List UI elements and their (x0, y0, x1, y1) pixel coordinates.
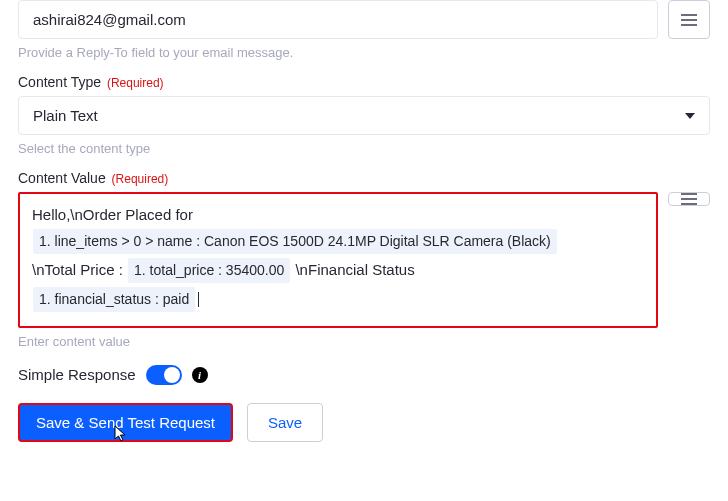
reply-to-field: Provide a Reply-To field to your email m… (18, 0, 710, 60)
caret-down-icon (685, 113, 695, 119)
content-type-label: Content Type (18, 74, 101, 90)
content-value-menu-button[interactable] (668, 192, 710, 206)
reply-to-input[interactable] (18, 0, 658, 39)
content-value-field: Content Value (Required) Hello,\nOrder P… (18, 170, 710, 349)
content-type-select[interactable]: Plain Text (18, 96, 710, 135)
button-row: Save & Send Test Request Save (18, 403, 710, 442)
reply-to-help: Provide a Reply-To field to your email m… (18, 45, 710, 60)
cv-chip-financial-status[interactable]: 1. financial_status : paid (33, 287, 195, 312)
cv-chip-total-price[interactable]: 1. total_price : 35400.00 (128, 258, 290, 283)
text-cursor (198, 292, 199, 307)
content-type-field: Content Type (Required) Plain Text Selec… (18, 74, 710, 156)
required-tag: (Required) (107, 76, 164, 90)
save-button[interactable]: Save (247, 403, 323, 442)
save-send-test-button[interactable]: Save & Send Test Request (18, 403, 233, 442)
info-icon[interactable]: i (192, 367, 208, 383)
content-value-input[interactable]: Hello,\nOrder Placed for 1. line_items >… (18, 192, 658, 328)
simple-response-toggle[interactable] (146, 365, 182, 385)
required-tag: (Required) (112, 172, 169, 186)
hamburger-icon (681, 193, 697, 205)
cv-text-2: \nTotal Price : (32, 261, 127, 278)
cv-chip-line-item[interactable]: 1. line_items > 0 > name : Canon EOS 150… (33, 229, 557, 254)
simple-response-row: Simple Response i (18, 365, 710, 385)
reply-to-menu-button[interactable] (668, 0, 710, 39)
content-type-value: Plain Text (33, 107, 98, 124)
cv-text-3: \nFinancial Status (295, 261, 414, 278)
toggle-knob (164, 367, 180, 383)
content-value-help: Enter content value (18, 334, 710, 349)
hamburger-icon (681, 14, 697, 26)
cv-text-1: Hello,\nOrder Placed for (32, 206, 193, 223)
content-type-help: Select the content type (18, 141, 710, 156)
simple-response-label: Simple Response (18, 366, 136, 383)
content-value-label: Content Value (18, 170, 106, 186)
